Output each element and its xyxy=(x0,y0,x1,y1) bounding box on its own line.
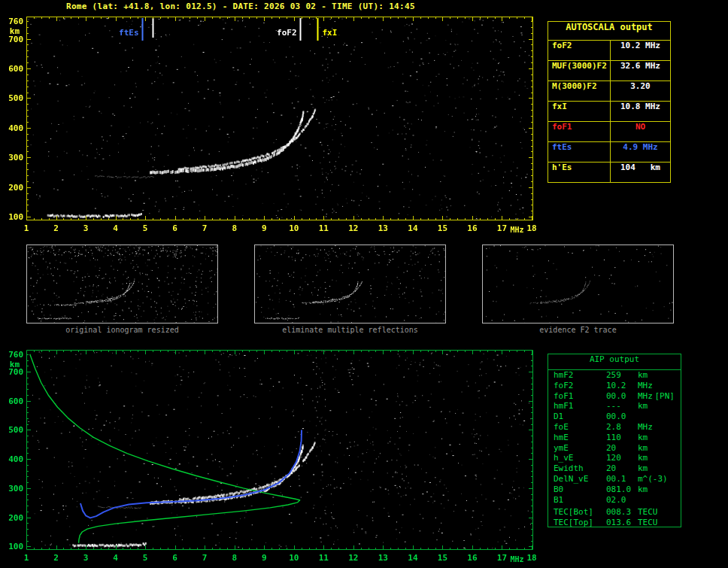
aip-param-name: DelN_vE xyxy=(554,474,606,484)
aip-param-value: 00.1 xyxy=(606,474,638,484)
autoscala-row-value: 10.2 MHz xyxy=(611,41,670,60)
thumbnail-panel-original xyxy=(26,245,218,323)
aip-param-unit: km xyxy=(638,453,648,463)
aip-param-name: B1 xyxy=(554,495,606,506)
aip-row: B102.0 xyxy=(548,495,681,506)
aip-row: foF210.2MHz xyxy=(548,381,681,391)
thumbnail-caption-original: original ionogram resized xyxy=(26,326,218,334)
aip-row: hmE110km xyxy=(548,433,681,443)
main-ionogram-plot xyxy=(0,11,544,238)
aip-param-name: foE xyxy=(554,422,606,433)
aip-param-name: hmE xyxy=(554,433,606,443)
aip-param-name: ymE xyxy=(554,443,606,454)
aip-param-name: hmF2 xyxy=(554,370,606,381)
aip-param-name: TEC[Bot] xyxy=(554,507,606,518)
aip-param-value: 00.0 xyxy=(606,412,638,422)
aip-param-name: foF1 xyxy=(554,391,606,402)
aip-param-name: TEC[Top] xyxy=(554,518,606,528)
aip-row: hmF2259km xyxy=(548,370,681,381)
thumbnail-caption-f2trace: evidence F2 trace xyxy=(482,326,674,334)
aip-param-unit: km xyxy=(638,443,648,454)
autoscala-row-value: 3.20 xyxy=(611,81,670,101)
autoscala-row-label: h'Es xyxy=(548,163,611,182)
autoscala-row: M(3000)F23.20 xyxy=(548,81,670,102)
aip-param-unit: km xyxy=(638,433,648,443)
autoscala-row: fxI10.8 MHz xyxy=(548,102,670,122)
aip-param-name: D1 xyxy=(554,412,606,422)
aip-param-value: 20 xyxy=(606,463,638,474)
aip-param-unit: km xyxy=(638,401,648,412)
autoscala-row-value: 10.8 MHz xyxy=(611,102,670,121)
profile-ionogram-plot xyxy=(0,345,544,568)
aip-panel-title: AIP output xyxy=(548,354,681,370)
aip-row: ymE20km xyxy=(548,443,681,454)
autoscala-row-value: NO xyxy=(611,122,670,141)
aip-row: D100.0 xyxy=(548,412,681,422)
autoscala-screen: Rome (lat: +41.8, lon: 012.5) - DATE: 20… xyxy=(0,0,728,568)
aip-param-unit: km xyxy=(638,370,648,381)
aip-param-value: 259 xyxy=(606,370,638,381)
aip-param-unit: TECU xyxy=(638,507,658,518)
aip-param-name: h_vE xyxy=(554,453,606,463)
aip-row: foE2.8MHz xyxy=(548,422,681,433)
aip-param-value: 013.6 xyxy=(606,518,638,528)
aip-param-note: [PN] xyxy=(655,391,681,402)
aip-param-value: 10.2 xyxy=(606,381,638,391)
autoscala-row: foF1NO xyxy=(548,122,670,142)
thumbnail-cleaned-ionogram xyxy=(255,245,445,323)
aip-param-unit: km xyxy=(638,463,648,474)
aip-row: TEC[Bot]008.3TECU xyxy=(548,507,681,518)
aip-param-value: 120 xyxy=(606,453,638,463)
aip-param-unit: MHz xyxy=(638,391,653,402)
autoscala-row-value: 4.9 MHz xyxy=(611,142,670,162)
aip-row: hmF1---km xyxy=(548,401,681,412)
aip-output-panel: AIP output hmF2259kmfoF210.2MHzfoF100.0M… xyxy=(548,354,681,527)
autoscala-panel-title: AUTOSCALA output xyxy=(548,22,670,41)
autoscala-row-label: foF1 xyxy=(548,122,611,141)
thumbnail-caption-cleaned: eliminate multiple reflections xyxy=(254,326,446,334)
aip-param-value: 00.0 xyxy=(606,391,638,402)
aip-rows: hmF2259kmfoF210.2MHzfoF100.0MHz[PN]hmF1-… xyxy=(548,370,681,528)
aip-param-name: Ewidth xyxy=(554,463,606,474)
autoscala-rows: foF210.2 MHzMUF(3000)F232.6 MHzM(3000)F2… xyxy=(548,41,670,182)
aip-param-unit: MHz xyxy=(638,381,653,391)
aip-param-name: B0 xyxy=(554,484,606,495)
autoscala-row-label: M(3000)F2 xyxy=(548,81,611,101)
autoscala-row-value: 32.6 MHz xyxy=(611,61,670,80)
aip-param-unit: TECU xyxy=(638,518,658,528)
aip-param-value: 02.0 xyxy=(606,495,638,506)
aip-param-unit: km xyxy=(638,484,648,495)
aip-param-name: hmF1 xyxy=(554,401,606,412)
aip-param-unit: MHz xyxy=(638,422,653,433)
aip-param-value: --- xyxy=(606,401,638,412)
thumbnail-original-ionogram xyxy=(27,245,217,323)
aip-row: TEC[Top]013.6TECU xyxy=(548,518,681,528)
thumbnail-panel-f2trace xyxy=(482,245,674,323)
autoscala-row: h'Es104 km xyxy=(548,163,670,182)
thumbnail-panel-cleaned xyxy=(254,245,446,323)
aip-row: h_vE120km xyxy=(548,453,681,463)
autoscala-row-label: ftEs xyxy=(548,142,611,162)
aip-param-value: 110 xyxy=(606,433,638,443)
aip-row: foF100.0MHz[PN] xyxy=(548,391,681,402)
autoscala-row: foF210.2 MHz xyxy=(548,41,670,61)
autoscala-row-value: 104 km xyxy=(611,163,670,182)
autoscala-row-label: foF2 xyxy=(548,41,611,60)
autoscala-row-label: fxI xyxy=(548,102,611,121)
aip-param-value: 008.3 xyxy=(606,507,638,518)
autoscala-row: MUF(3000)F232.6 MHz xyxy=(548,61,670,81)
aip-param-name: foF2 xyxy=(554,381,606,391)
thumbnail-f2-trace xyxy=(483,245,673,323)
autoscala-row-label: MUF(3000)F2 xyxy=(548,61,611,80)
aip-row: DelN_vE00.1m^(-3) xyxy=(548,474,681,484)
aip-param-unit: m^(-3) xyxy=(638,474,668,484)
aip-param-value: 20 xyxy=(606,443,638,454)
aip-param-value: 081.0 xyxy=(606,484,638,495)
autoscala-output-panel: AUTOSCALA output foF210.2 MHzMUF(3000)F2… xyxy=(548,21,671,183)
autoscala-row: ftEs4.9 MHz xyxy=(548,142,670,163)
aip-param-value: 2.8 xyxy=(606,422,638,433)
aip-row: Ewidth20km xyxy=(548,463,681,474)
aip-row: B0081.0km xyxy=(548,484,681,495)
